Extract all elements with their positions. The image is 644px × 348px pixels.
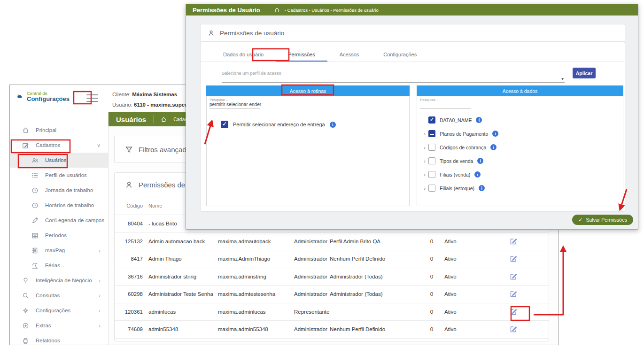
tree-checkbox[interactable] [428,144,435,151]
cell-tipo: Representante [294,309,324,315]
sidebar-nav: PrincipalCadastros∨UsuáriosPerfil de usu… [10,112,109,345]
cell-status: Ativo [444,274,473,279]
sidebar-item-inteligencia-de-negocio[interactable]: Inteligência de Negócio› [10,273,108,288]
data-search-input[interactable]: Pesquise... [417,96,471,108]
pluscircle-icon [22,322,29,329]
sidebar-item-periodos[interactable]: Períodos [10,228,108,243]
sidebar-item-extras[interactable]: Extras› [10,318,108,333]
home-icon [22,127,29,134]
info-icon[interactable]: i [479,185,485,191]
edit-user-button[interactable] [478,290,549,298]
tree-checkbox[interactable] [428,185,435,192]
sidebar-item-principal[interactable]: Principal [10,123,108,138]
info-icon[interactable]: i [476,117,482,123]
listcheck-icon [31,172,39,179]
sidebar-item-usuarios[interactable]: Usuários [10,153,108,168]
sidebar-item-cor-legenda-de-campos[interactable]: Cor/Legenda de campos [10,213,108,228]
apply-button[interactable]: Aplicar [573,68,596,78]
sidebar-item-jornada-de-trabalho[interactable]: Jornada de trabalho [10,183,108,198]
cell-perfil: Perfil Admin Brito QA [330,239,419,244]
person-icon [125,181,133,189]
cell-qtd: 0 [425,274,439,279]
sidebar-item-horarios-de-trabalho[interactable]: Horários de trabalho [10,198,108,213]
chevron-right-icon: › [99,323,108,328]
permissions-card: Dados do usuárioPermissõesAcessosConfigu… [200,42,625,212]
chevron-right-icon[interactable]: › [421,186,428,191]
save-permissions-button[interactable]: Salvar Permissões [572,215,633,225]
edit-user-button[interactable] [478,255,549,263]
editsq-icon [22,142,29,149]
profile-select[interactable]: Selecione um perfil de acesso ▾ [222,70,565,83]
sidebar-item-relatorios[interactable]: Relatórios [10,333,108,345]
info-icon[interactable]: i [492,131,498,137]
info-icon[interactable]: i [477,158,483,164]
table-row: 8417Admin Thiagomaxima.AdminThiagoAdmini… [115,250,549,268]
table-row: 36716Administrador stringmaxima.adminstr… [115,268,549,286]
info-icon[interactable]: i [330,122,336,128]
home-icon[interactable] [274,7,280,13]
sidebar-item-label: Relatórios [36,338,108,343]
chevron-right-icon[interactable]: › [421,172,428,178]
tree-label: Códigos de cobrança [440,145,486,150]
info-icon[interactable]: i [490,144,497,150]
routines-panel: Acesso à rotinas Pesquise... permitir se… [206,85,410,206]
tree-label: DATA0_NAME [440,117,472,123]
chevron-down-icon: ∨ [97,142,108,148]
tree-checkbox[interactable] [428,116,435,124]
cell-qtd: 0 [425,291,439,297]
cell-status: Ativo [444,239,473,244]
client-label: Cliente: [112,92,131,97]
cell-codigo: 120361 [122,309,143,315]
edit-user-button[interactable] [478,273,549,280]
profile-select-placeholder: Selecione um perfil de acesso [222,70,565,76]
cell-perfil: Nenhum Perfil Definido [330,326,419,332]
tree-checkbox[interactable] [428,130,435,137]
chevron-right-icon[interactable]: › [421,131,428,137]
cell-qtd: 0 [425,309,439,315]
chevron-right-icon[interactable]: › [421,158,428,164]
cell-qtd: 0 [425,239,439,244]
sidebar-item-cadastros[interactable]: Cadastros∨ [10,138,108,153]
cell-login: maxima.adminstring [218,274,288,279]
tab-acessos[interactable]: Acessos [327,49,372,62]
sidebar-item-configuracoes[interactable]: Configurações› [10,303,108,318]
clock-icon [31,202,39,209]
home-icon[interactable] [161,116,167,123]
edit-user-button[interactable] [478,308,549,316]
data-panel-title: Acesso à dados [417,85,623,96]
tab-configuracoes[interactable]: Configurações [371,49,429,62]
tab-permissoes[interactable]: Permissões [276,49,327,62]
tree-checkbox[interactable] [428,171,435,178]
sidebar-item-label: Usuários [45,157,108,163]
tab-dados-do-usuario[interactable]: Dados do usuário [211,49,276,62]
cell-qtd: 0 [425,256,439,262]
tree-checkbox[interactable] [428,157,435,164]
page-title: Usuários [109,116,154,124]
bulb-icon [22,277,29,284]
search-value [420,102,471,108]
menu-toggle-button[interactable] [86,94,98,102]
sidebar-item-ferias[interactable]: Férias [10,258,108,273]
routines-search-input[interactable]: Pesquise... permitir selecionar ender [207,96,260,108]
info-icon[interactable]: i [474,171,481,178]
cell-tipo: Administrador [294,256,324,262]
cell-codigo: 60298 [122,291,143,297]
client-value: Máxima Sistemas [132,92,177,97]
edit-user-button[interactable] [478,238,549,245]
routine-checkbox[interactable] [221,121,228,128]
sidebar-item-maxpag[interactable]: maxPag› [10,243,108,258]
dialog-title-card: Permissões de usuário [200,24,625,42]
search-placeholder: Pesquise... [209,98,260,102]
sidebar-item-perfil-de-usuarios[interactable]: Perfil de usuários [10,168,108,183]
pencil-icon [31,217,39,224]
chevron-right-icon[interactable]: › [421,145,428,150]
users-icon [31,157,39,164]
sidebar-item-consultas[interactable]: Consultas› [10,288,108,303]
printer-icon [22,337,29,344]
edit-user-button[interactable] [478,325,549,333]
table-row: 60298Administrador Teste Senhamaxima.adm… [115,286,549,303]
tree-item-tipos-de-venda: ›Tipos de vendai [417,154,623,168]
chevron-right-icon: › [99,247,108,253]
user-label: Usuário: [112,102,132,108]
cell-codigo: 36716 [122,274,143,279]
